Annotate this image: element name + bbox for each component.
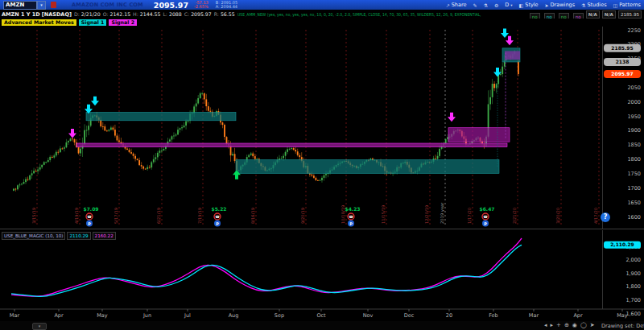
high-label: H: <box>133 11 138 17</box>
svg-text:8/16/19: 8/16/19 <box>250 208 255 224</box>
svg-text:P: P <box>484 221 487 226</box>
study-flag: no <box>573 13 584 19</box>
lower-study-value-1: 2110.29 <box>67 232 90 240</box>
svg-text:2095.97: 2095.97 <box>611 71 633 76</box>
svg-text:1950: 1950 <box>627 113 641 120</box>
sell-signal-arrow <box>68 129 76 138</box>
level-readout: 2185.95 <box>618 10 642 19</box>
notes-button[interactable]: ✎ <box>473 2 477 8</box>
svg-text:☎: ☎ <box>349 215 353 219</box>
study-label-advanced-market-moves[interactable]: Advanced Market Moves <box>2 19 76 26</box>
svg-text:P: P <box>349 221 353 226</box>
aggregation-label: D <box>505 2 509 8</box>
month-label: Aug <box>229 312 239 319</box>
beaker-icon: ⚗ <box>581 2 585 8</box>
studies-button[interactable]: ⚗ Studies <box>581 2 607 8</box>
study-flags: no no no no <box>530 10 584 19</box>
study-parameters[interactable]: USE_AMM_NEW (yes, yes, no, yes, yes, no,… <box>237 12 481 17</box>
company-name: AMAZON COM INC COM <box>72 2 143 8</box>
symbol-dropdown-button[interactable]: ▾ <box>37 1 46 10</box>
chevron-down-icon: ▾ <box>510 3 512 7</box>
chart-toolbar: ↗ Share ✎ ⚗ ⚙ D ▾ ◧ Style ➤ Drawings <box>446 2 641 8</box>
svg-text:5/17/19: 5/17/19 <box>114 208 118 224</box>
style-button[interactable]: ◧ Style <box>519 2 539 8</box>
quick-study-button[interactable]: ⚗ <box>484 2 488 8</box>
style-icon: ◧ <box>519 2 524 8</box>
month-label: Jul <box>184 312 191 319</box>
help-button[interactable]: ? <box>601 212 610 222</box>
pan-icon[interactable]: + <box>556 322 561 329</box>
svg-text:4/17/20: 4/17/20 <box>593 208 598 224</box>
title-bar: AMZN ▾ AMAZON COM INC COM 2095.97 -57.13… <box>0 0 644 10</box>
month-label: Feb <box>489 312 498 319</box>
scroll-left-icon[interactable]: ◂ <box>544 322 547 329</box>
study-label-signal-2[interactable]: Signal 2 <box>109 19 137 26</box>
study-flag: no <box>530 13 540 19</box>
patterns-button[interactable]: ◫ Patterns <box>613 2 641 8</box>
na-readout-1: N/A <box>586 10 600 19</box>
earnings-markers: ☎P <box>482 213 489 227</box>
svg-text:1,700: 1,700 <box>625 297 641 303</box>
chart-title: AMZN 1 Y 1D [NASDAQ] <box>2 11 72 18</box>
link-indicator-icon[interactable] <box>51 2 56 8</box>
patterns-icon: ◫ <box>613 2 618 8</box>
zone-inner-purple <box>505 51 520 60</box>
month-label: Oct <box>316 312 326 319</box>
na-readout-2: N/A <box>602 10 616 19</box>
zone-magenta-thin <box>76 143 507 147</box>
cursor-icon: ➤ <box>545 2 549 8</box>
change-percent: -2.65% <box>194 5 208 10</box>
main-price-chart[interactable]: 2250220021502100205020001950190018501800… <box>0 27 644 229</box>
svg-text:1600: 1600 <box>627 214 641 221</box>
crosshair-icon[interactable]: ◉ <box>572 322 577 329</box>
symbol-combo[interactable]: AMZN <box>3 1 37 10</box>
lower-study-panel[interactable]: 2,1002,0001,9001,8001,7001,600MarAprMayJ… <box>0 230 644 321</box>
svg-text:2138: 2138 <box>616 59 630 64</box>
date-value: 2/21/20 <box>81 11 101 17</box>
lower-study-title[interactable]: USE_BLUE_MAGIC (10, 10) <box>2 232 65 240</box>
scroll-right-icon[interactable]: ▸ <box>551 322 554 329</box>
drawings-label: Drawings <box>551 2 575 8</box>
svg-text:3/15/19: 3/15/19 <box>31 208 36 224</box>
studies-label: Studies <box>587 2 606 8</box>
date-label: D: <box>74 11 80 17</box>
close-label: C: <box>184 11 189 17</box>
panel-divider[interactable] <box>0 229 644 229</box>
sell-signal-arrow <box>448 113 456 122</box>
svg-text:1,600: 1,600 <box>625 311 641 317</box>
svg-text:1,900: 1,900 <box>625 270 641 277</box>
drawings-button[interactable]: ➤ Drawings <box>545 2 575 8</box>
svg-text:11/15/19: 11/15/19 <box>381 205 386 224</box>
high-value: 2144.55 <box>140 11 161 17</box>
svg-text:1700: 1700 <box>627 185 641 192</box>
change-stack: -57.13 -2.65% <box>194 1 208 10</box>
settings-button[interactable]: ⚙ <box>494 2 498 8</box>
zoom-icon[interactable]: ⊕ <box>564 322 569 329</box>
svg-text:2,110.29: 2,110.29 <box>610 241 634 247</box>
month-label: Nov <box>363 312 374 319</box>
drawing-set-menu[interactable]: Drawing set: Default <box>601 323 644 329</box>
cursor-tool-icon[interactable]: ➤ <box>590 322 595 329</box>
svg-text:P: P <box>216 221 219 226</box>
study-label-signal-1[interactable]: Signal 1 <box>79 19 107 26</box>
svg-text:2019 year: 2019 year <box>440 202 445 224</box>
eps-label: $7.09 <box>84 206 99 212</box>
circle-tool-icon[interactable]: ◯ <box>580 322 587 329</box>
magenta-signal-line <box>11 238 522 296</box>
svg-text:2250: 2250 <box>627 27 641 34</box>
study-flag: no <box>544 13 555 19</box>
help-label: ? <box>604 213 608 221</box>
aggregation-button[interactable]: D ▾ <box>505 2 512 8</box>
study-flag: no <box>559 13 569 19</box>
note-icon: ✎ <box>473 2 477 8</box>
chart-nav-icons: ◂▸+⊕◉◯➤ <box>544 322 595 329</box>
svg-text:7/19/19: 7/19/19 <box>197 208 202 224</box>
svg-text:1900: 1900 <box>627 127 641 134</box>
bottom-left-widget[interactable]: ▾ <box>32 323 47 330</box>
month-label: Apr <box>54 312 64 319</box>
svg-text:1,800: 1,800 <box>625 283 641 290</box>
svg-text:9/20/19: 9/20/19 <box>300 208 305 224</box>
sell-signal-arrow <box>506 36 514 46</box>
patterns-label: Patterns <box>619 2 641 8</box>
share-button[interactable]: ↗ Share <box>446 2 467 8</box>
